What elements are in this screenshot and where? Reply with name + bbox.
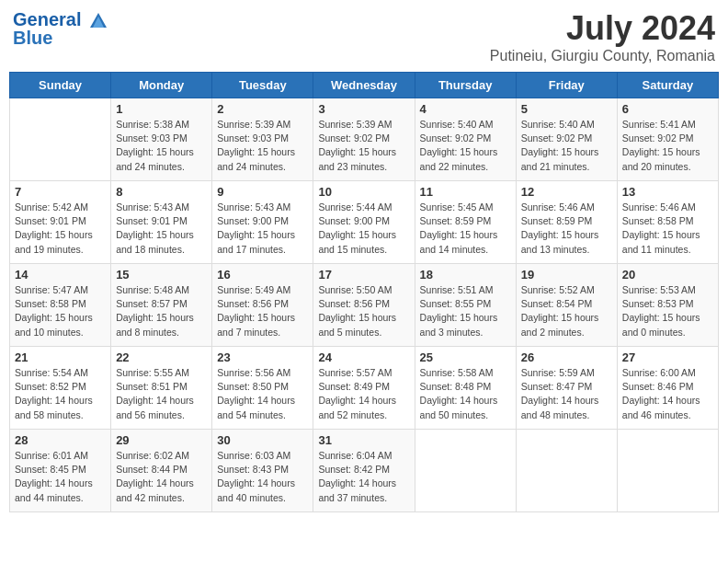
calendar-cell xyxy=(10,98,111,181)
calendar-cell: 10Sunrise: 5:44 AMSunset: 9:00 PMDayligh… xyxy=(313,181,415,264)
day-info: Sunrise: 5:46 AMSunset: 8:59 PMDaylight:… xyxy=(521,201,612,257)
day-info: Sunrise: 5:50 AMSunset: 8:56 PMDaylight:… xyxy=(318,283,409,339)
day-info: Sunrise: 5:58 AMSunset: 8:48 PMDaylight:… xyxy=(420,366,511,422)
day-number: 23 xyxy=(217,350,308,364)
calendar-cell xyxy=(415,430,516,512)
day-number: 26 xyxy=(521,350,612,364)
day-number: 28 xyxy=(15,433,106,447)
day-number: 10 xyxy=(318,185,409,199)
day-number: 2 xyxy=(217,102,308,116)
calendar-cell: 3Sunrise: 5:39 AMSunset: 9:02 PMDaylight… xyxy=(313,98,415,181)
day-number: 4 xyxy=(420,102,511,116)
calendar-cell: 25Sunrise: 5:58 AMSunset: 8:48 PMDayligh… xyxy=(415,347,516,430)
day-number: 12 xyxy=(521,185,612,199)
day-info: Sunrise: 5:39 AMSunset: 9:03 PMDaylight:… xyxy=(217,118,308,174)
calendar-cell: 31Sunrise: 6:04 AMSunset: 8:42 PMDayligh… xyxy=(313,430,415,512)
day-number: 14 xyxy=(15,268,106,282)
day-info: Sunrise: 5:40 AMSunset: 9:02 PMDaylight:… xyxy=(521,118,612,174)
day-info: Sunrise: 5:55 AMSunset: 8:51 PMDaylight:… xyxy=(116,366,207,422)
day-info: Sunrise: 5:51 AMSunset: 8:55 PMDaylight:… xyxy=(420,283,511,339)
day-number: 17 xyxy=(318,268,409,282)
day-info: Sunrise: 5:57 AMSunset: 8:49 PMDaylight:… xyxy=(318,366,409,422)
calendar-week-row: 7Sunrise: 5:42 AMSunset: 9:01 PMDaylight… xyxy=(10,181,719,264)
calendar-cell: 2Sunrise: 5:39 AMSunset: 9:03 PMDaylight… xyxy=(212,98,313,181)
day-info: Sunrise: 5:46 AMSunset: 8:58 PMDaylight:… xyxy=(622,201,713,257)
title-block: July 2024 Putineiu, Giurgiu County, Roma… xyxy=(490,9,715,64)
day-number: 6 xyxy=(622,102,713,116)
day-info: Sunrise: 6:04 AMSunset: 8:42 PMDaylight:… xyxy=(318,449,409,505)
day-info: Sunrise: 5:54 AMSunset: 8:52 PMDaylight:… xyxy=(15,366,106,422)
day-info: Sunrise: 5:48 AMSunset: 8:57 PMDaylight:… xyxy=(116,283,207,339)
location-title: Putineiu, Giurgiu County, Romania xyxy=(490,48,715,64)
calendar-cell: 18Sunrise: 5:51 AMSunset: 8:55 PMDayligh… xyxy=(415,264,516,347)
calendar-cell: 21Sunrise: 5:54 AMSunset: 8:52 PMDayligh… xyxy=(10,347,111,430)
day-info: Sunrise: 6:02 AMSunset: 8:44 PMDaylight:… xyxy=(116,449,207,505)
calendar-cell: 27Sunrise: 6:00 AMSunset: 8:46 PMDayligh… xyxy=(617,347,718,430)
day-number: 19 xyxy=(521,268,612,282)
calendar-cell: 13Sunrise: 5:46 AMSunset: 8:58 PMDayligh… xyxy=(617,181,718,264)
weekday-header: Tuesday xyxy=(212,73,313,98)
day-number: 9 xyxy=(217,185,308,199)
calendar-cell: 6Sunrise: 5:41 AMSunset: 9:02 PMDaylight… xyxy=(617,98,718,181)
day-number: 7 xyxy=(15,185,106,199)
day-info: Sunrise: 5:39 AMSunset: 9:02 PMDaylight:… xyxy=(318,118,409,174)
calendar-cell: 23Sunrise: 5:56 AMSunset: 8:50 PMDayligh… xyxy=(212,347,313,430)
page-header: General Blue July 2024 Putineiu, Giurgiu… xyxy=(9,9,719,64)
day-info: Sunrise: 5:47 AMSunset: 8:58 PMDaylight:… xyxy=(15,283,106,339)
day-info: Sunrise: 5:45 AMSunset: 8:59 PMDaylight:… xyxy=(420,201,511,257)
calendar-week-row: 28Sunrise: 6:01 AMSunset: 8:45 PMDayligh… xyxy=(10,430,719,512)
calendar-cell: 11Sunrise: 5:45 AMSunset: 8:59 PMDayligh… xyxy=(415,181,516,264)
calendar-week-row: 21Sunrise: 5:54 AMSunset: 8:52 PMDayligh… xyxy=(10,347,719,430)
day-info: Sunrise: 6:01 AMSunset: 8:45 PMDaylight:… xyxy=(15,449,106,505)
day-info: Sunrise: 5:44 AMSunset: 9:00 PMDaylight:… xyxy=(318,201,409,257)
calendar-cell: 22Sunrise: 5:55 AMSunset: 8:51 PMDayligh… xyxy=(111,347,212,430)
month-title: July 2024 xyxy=(490,9,715,48)
day-info: Sunrise: 5:59 AMSunset: 8:47 PMDaylight:… xyxy=(521,366,612,422)
day-info: Sunrise: 5:40 AMSunset: 9:02 PMDaylight:… xyxy=(420,118,511,174)
day-info: Sunrise: 5:49 AMSunset: 8:56 PMDaylight:… xyxy=(217,283,308,339)
day-info: Sunrise: 5:41 AMSunset: 9:02 PMDaylight:… xyxy=(622,118,713,174)
day-number: 18 xyxy=(420,268,511,282)
calendar-cell xyxy=(516,430,617,512)
calendar-cell: 8Sunrise: 5:43 AMSunset: 9:01 PMDaylight… xyxy=(111,181,212,264)
calendar-cell: 14Sunrise: 5:47 AMSunset: 8:58 PMDayligh… xyxy=(10,264,111,347)
day-number: 16 xyxy=(217,268,308,282)
weekday-header: Friday xyxy=(516,73,617,98)
logo: General Blue xyxy=(13,9,110,49)
day-number: 24 xyxy=(318,350,409,364)
weekday-header: Saturday xyxy=(617,73,718,98)
day-info: Sunrise: 5:42 AMSunset: 9:01 PMDaylight:… xyxy=(15,201,106,257)
weekday-header: Monday xyxy=(111,73,212,98)
day-number: 21 xyxy=(15,350,106,364)
calendar-cell: 5Sunrise: 5:40 AMSunset: 9:02 PMDaylight… xyxy=(516,98,617,181)
day-number: 1 xyxy=(116,102,207,116)
day-number: 11 xyxy=(420,185,511,199)
day-number: 5 xyxy=(521,102,612,116)
calendar-table: SundayMondayTuesdayWednesdayThursdayFrid… xyxy=(9,72,719,512)
calendar-cell: 28Sunrise: 6:01 AMSunset: 8:45 PMDayligh… xyxy=(10,430,111,512)
calendar-cell: 20Sunrise: 5:53 AMSunset: 8:53 PMDayligh… xyxy=(617,264,718,347)
day-info: Sunrise: 6:00 AMSunset: 8:46 PMDaylight:… xyxy=(622,366,713,422)
calendar-cell: 30Sunrise: 6:03 AMSunset: 8:43 PMDayligh… xyxy=(212,430,313,512)
day-info: Sunrise: 5:52 AMSunset: 8:54 PMDaylight:… xyxy=(521,283,612,339)
day-number: 30 xyxy=(217,433,308,447)
calendar-cell: 4Sunrise: 5:40 AMSunset: 9:02 PMDaylight… xyxy=(415,98,516,181)
weekday-header: Thursday xyxy=(415,73,516,98)
calendar-cell: 15Sunrise: 5:48 AMSunset: 8:57 PMDayligh… xyxy=(111,264,212,347)
day-info: Sunrise: 5:53 AMSunset: 8:53 PMDaylight:… xyxy=(622,283,713,339)
day-info: Sunrise: 6:03 AMSunset: 8:43 PMDaylight:… xyxy=(217,449,308,505)
day-number: 29 xyxy=(116,433,207,447)
day-number: 22 xyxy=(116,350,207,364)
day-info: Sunrise: 5:43 AMSunset: 9:00 PMDaylight:… xyxy=(217,201,308,257)
calendar-cell: 26Sunrise: 5:59 AMSunset: 8:47 PMDayligh… xyxy=(516,347,617,430)
logo-icon xyxy=(88,11,108,31)
calendar-cell: 17Sunrise: 5:50 AMSunset: 8:56 PMDayligh… xyxy=(313,264,415,347)
day-number: 27 xyxy=(622,350,713,364)
calendar-cell: 1Sunrise: 5:38 AMSunset: 9:03 PMDaylight… xyxy=(111,98,212,181)
calendar-header: SundayMondayTuesdayWednesdayThursdayFrid… xyxy=(10,73,719,98)
day-number: 8 xyxy=(116,185,207,199)
day-number: 25 xyxy=(420,350,511,364)
day-number: 3 xyxy=(318,102,409,116)
weekday-header: Wednesday xyxy=(313,73,415,98)
calendar-cell: 24Sunrise: 5:57 AMSunset: 8:49 PMDayligh… xyxy=(313,347,415,430)
